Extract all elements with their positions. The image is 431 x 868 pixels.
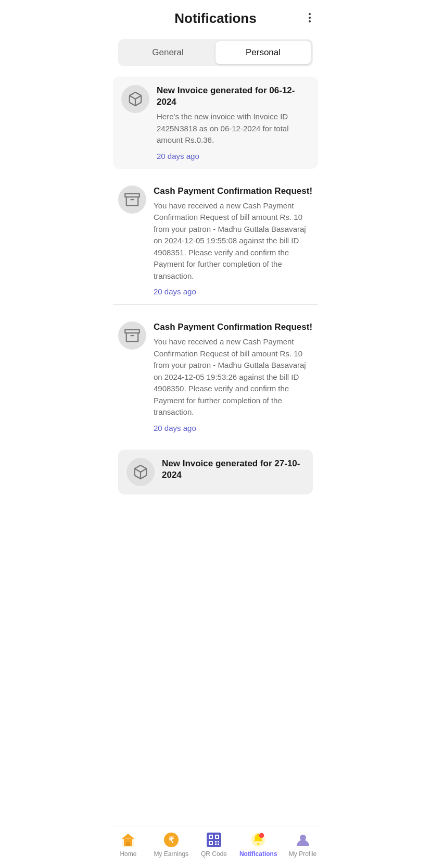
header: Notifications: [108, 0, 323, 35]
notification-icon-wrap: [121, 85, 149, 113]
notification-title: Cash Payment Confirmation Request!: [154, 185, 313, 197]
notification-time: 20 days ago: [154, 424, 313, 432]
dot-icon: [309, 20, 311, 22]
notification-content: New Invoice generated for 27-10-2024: [162, 458, 305, 484]
tab-personal[interactable]: Personal: [216, 41, 311, 64]
page-title: Notifications: [174, 10, 256, 27]
notifications-list: New Invoice generated for 06-12-2024 Her…: [108, 77, 323, 547]
notification-title: Cash Payment Confirmation Request!: [154, 321, 313, 333]
box-icon: [133, 464, 148, 480]
notification-icon-wrap: [126, 458, 155, 486]
box-open-icon: [124, 328, 140, 343]
notification-time: 20 days ago: [157, 152, 310, 160]
tab-general[interactable]: General: [120, 41, 216, 64]
box-icon: [128, 91, 143, 107]
svg-rect-3: [125, 330, 140, 333]
tab-switcher: General Personal: [118, 39, 313, 66]
notification-body: You have received a new Cash Payment Con…: [154, 336, 313, 418]
svg-rect-1: [125, 193, 140, 196]
notification-content: New Invoice generated for 06-12-2024 Her…: [157, 85, 310, 160]
notification-item[interactable]: Cash Payment Confirmation Request! You h…: [113, 177, 318, 305]
notification-item[interactable]: New Invoice generated for 06-12-2024 Her…: [113, 77, 318, 169]
dot-icon: [309, 13, 311, 15]
dot-icon: [309, 17, 311, 19]
notification-content: Cash Payment Confirmation Request! You h…: [154, 321, 313, 432]
notification-item-partial[interactable]: New Invoice generated for 27-10-2024: [118, 450, 313, 494]
notification-content: Cash Payment Confirmation Request! You h…: [154, 185, 313, 296]
notification-body: You have received a new Cash Payment Con…: [154, 200, 313, 282]
notification-icon-wrap: [118, 321, 146, 350]
notification-icon-wrap: [118, 185, 146, 214]
more-menu-button[interactable]: [307, 11, 313, 24]
notification-time: 20 days ago: [154, 287, 313, 296]
notification-title: New Invoice generated for 06-12-2024: [157, 85, 310, 108]
notification-body: Here's the new invoice with Invoice ID 2…: [157, 111, 310, 146]
notification-title: New Invoice generated for 27-10-2024: [162, 458, 305, 481]
box-open-icon: [124, 192, 140, 207]
notification-item[interactable]: Cash Payment Confirmation Request! You h…: [113, 313, 318, 441]
